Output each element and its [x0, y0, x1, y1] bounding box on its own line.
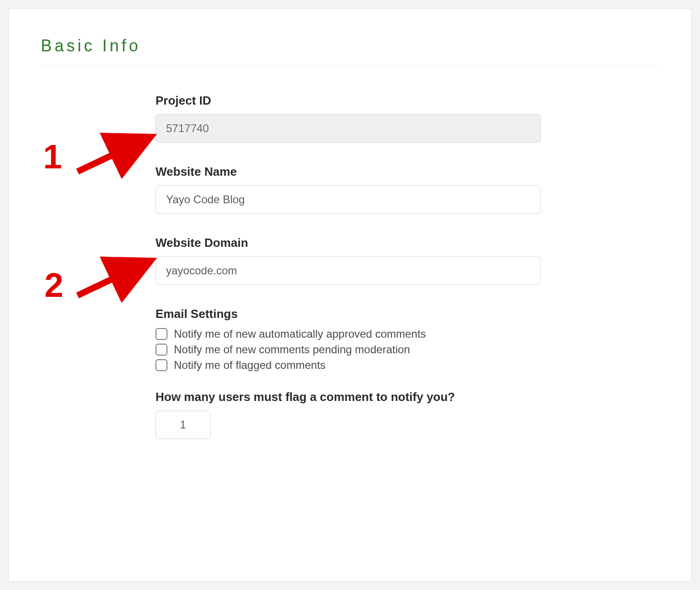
email-option-label: Notify me of new automatically approved … [174, 328, 426, 340]
email-option-row: Notify me of new automatically approved … [156, 328, 504, 340]
email-option-label: Notify me of new comments pending modera… [174, 343, 410, 356]
form-area: Project ID Website Name Website Domain E… [41, 94, 504, 439]
email-option-row: Notify me of flagged comments [156, 359, 504, 372]
email-option-label: Notify me of flagged comments [174, 359, 326, 372]
basic-info-card: Basic Info Project ID Website Name Websi… [8, 8, 692, 582]
email-settings-group: Email Settings Notify me of new automati… [156, 307, 504, 372]
checkbox-flagged[interactable] [156, 359, 167, 371]
divider [41, 66, 659, 66]
website-domain-group: Website Domain [156, 236, 504, 285]
email-settings-label: Email Settings [156, 307, 504, 321]
flag-threshold-label: How many users must flag a comment to no… [156, 390, 504, 404]
email-option-row: Notify me of new comments pending modera… [156, 343, 504, 356]
project-id-input [156, 114, 541, 143]
flag-threshold-group: How many users must flag a comment to no… [156, 390, 504, 439]
project-id-label: Project ID [156, 94, 504, 108]
checkbox-pending-moderation[interactable] [156, 344, 167, 356]
website-name-input[interactable] [156, 185, 541, 214]
checkbox-auto-approved[interactable] [156, 328, 167, 340]
section-title: Basic Info [41, 36, 659, 56]
flag-threshold-input[interactable] [156, 411, 211, 439]
website-domain-input[interactable] [156, 256, 541, 285]
project-id-group: Project ID [156, 94, 504, 143]
website-name-group: Website Name [156, 165, 504, 214]
website-domain-label: Website Domain [156, 236, 504, 250]
website-name-label: Website Name [156, 165, 504, 179]
